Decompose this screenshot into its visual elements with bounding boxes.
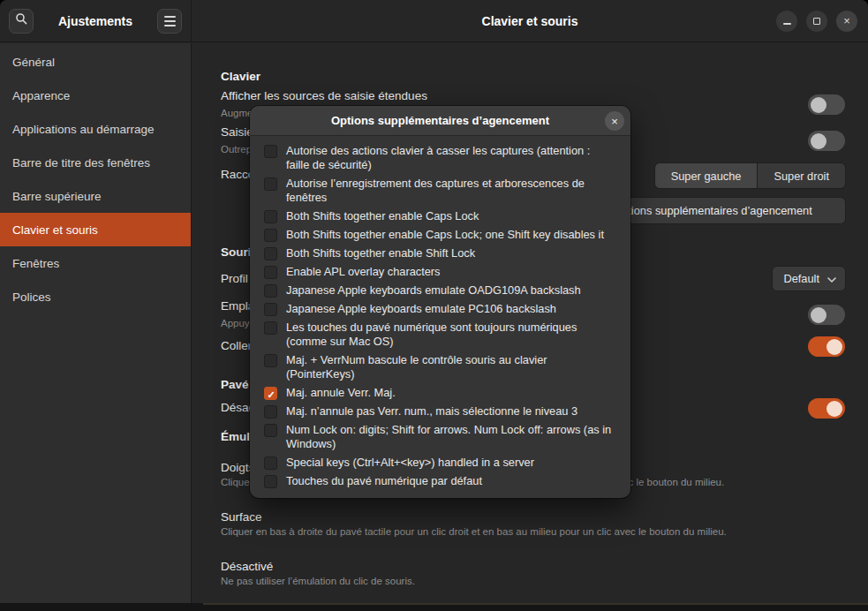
maximize-icon	[813, 18, 820, 25]
layout-option-row[interactable]: Japanese Apple keyboards emulate OADG109…	[264, 281, 613, 299]
checkbox-icon[interactable]	[264, 475, 277, 488]
layout-option-label: Japanese Apple keyboards emulate OADG109…	[286, 283, 613, 298]
headerbar: Ajustements Clavier et souris ×	[0, 0, 868, 42]
checkbox-icon[interactable]	[264, 405, 277, 419]
search-button[interactable]	[9, 9, 34, 34]
tweaks-window: Ajustements Clavier et souris × Général …	[0, 0, 868, 611]
layout-options-list[interactable]: Autorise des actions clavier à casser le…	[250, 136, 630, 498]
overview-shortcut-segment: Super gauche Super droit	[654, 162, 846, 189]
dialog-close-button[interactable]: ×	[605, 111, 624, 131]
layout-option-label: Autorise des actions clavier à casser le…	[286, 144, 613, 172]
section-heading-keyboard: Clavier	[221, 70, 260, 83]
toggle-knob	[826, 401, 842, 417]
checkbox-icon[interactable]	[264, 387, 277, 400]
layout-option-row[interactable]: Num Lock on: digits; Shift for arrows. N…	[264, 420, 613, 453]
sidebar-item-windows[interactable]: Fenêtres	[0, 246, 191, 280]
layout-option-row[interactable]: Both Shifts together enable Caps Lock	[264, 207, 613, 225]
emulation-area-option[interactable]: Surface	[221, 510, 262, 524]
checkbox-icon[interactable]	[264, 177, 277, 191]
extended-input-sources-toggle[interactable]	[808, 94, 845, 115]
disable-while-typing-toggle[interactable]	[808, 398, 845, 419]
dialog-header: Options supplémentaires d’agencement ×	[250, 106, 630, 136]
hamburger-icon	[164, 16, 176, 26]
layout-option-label: Japanese Apple keyboards emulate PC106 b…	[286, 302, 613, 316]
layout-option-row[interactable]: Autorise l’enregistrement des captures e…	[264, 174, 613, 207]
toggle-knob	[826, 339, 842, 355]
layout-option-label: Both Shifts together enable Caps Lock	[286, 209, 613, 223]
super-left-button[interactable]: Super gauche	[655, 163, 758, 188]
toggle-knob	[811, 97, 826, 113]
sidebar-item-startup-applications[interactable]: Applications au démarrage	[0, 112, 191, 146]
chevron-down-icon	[827, 272, 836, 285]
emulation-area-subtitle: Cliquer en bas à droite du pavé tactile …	[221, 526, 727, 537]
checkbox-icon[interactable]	[264, 210, 277, 223]
middle-click-paste-toggle[interactable]	[808, 336, 845, 357]
layout-option-row[interactable]: Les touches du pavé numérique sont toujo…	[264, 318, 613, 351]
layout-option-label: Maj. + VerrNum bascule le contrôle souri…	[286, 353, 613, 381]
sidebar-header: Ajustements	[0, 0, 192, 41]
layout-option-row[interactable]: Special keys (Ctrl+Alt+<key>) handled in…	[264, 453, 613, 471]
additional-layout-options-dialog: Options supplémentaires d’agencement × A…	[250, 106, 630, 498]
layout-option-row[interactable]: Japanese Apple keyboards emulate PC106 b…	[264, 299, 613, 318]
layout-option-label: Both Shifts together enable Caps Lock; o…	[286, 228, 613, 242]
checkbox-icon[interactable]	[264, 284, 277, 298]
checkbox-icon[interactable]	[264, 266, 277, 279]
emulation-disabled-subtitle: Ne pas utiliser l’émulation du clic de s…	[221, 576, 415, 586]
page-title: Clavier et souris	[482, 14, 578, 28]
checkbox-icon[interactable]	[264, 229, 277, 242]
sidebar-item-general[interactable]: Général	[0, 45, 191, 79]
sidebar-item-window-titlebars[interactable]: Barre de titre des fenêtres	[0, 146, 191, 179]
emacs-input-toggle[interactable]	[808, 131, 845, 151]
search-icon	[15, 12, 28, 29]
layout-option-row[interactable]: Maj. annule Verr. Maj.	[264, 383, 613, 402]
acceleration-profile-dropdown[interactable]: Default	[772, 266, 846, 291]
dialog-title: Options supplémentaires d’agencement	[331, 114, 549, 127]
sidebar-item-top-bar[interactable]: Barre supérieure	[0, 179, 191, 213]
bottom-window-edge	[0, 603, 868, 611]
super-right-button[interactable]: Super droit	[757, 163, 845, 188]
close-icon: ×	[611, 115, 618, 128]
layout-option-row[interactable]: Both Shifts together enable Caps Lock; o…	[264, 225, 613, 244]
checkbox-icon[interactable]	[264, 456, 277, 470]
layout-option-row[interactable]: Maj. + VerrNum bascule le contrôle souri…	[264, 351, 613, 383]
background-window-edge	[203, 603, 868, 605]
acceleration-profile-value: Default	[783, 272, 819, 285]
layout-option-label: Autorise l’enregistrement des captures e…	[286, 177, 613, 205]
layout-option-label: Touches du pavé numérique par défaut	[286, 474, 613, 488]
layout-option-row[interactable]: Enable APL overlay characters	[264, 262, 613, 281]
layout-option-label: Num Lock on: digits; Shift for arrows. N…	[286, 423, 613, 451]
maximize-button[interactable]	[806, 11, 827, 32]
close-button[interactable]: ×	[836, 11, 857, 32]
window-controls: ×	[776, 11, 857, 32]
layout-option-label: Enable APL overlay characters	[286, 265, 613, 279]
menu-button[interactable]	[157, 9, 182, 34]
layout-option-label: Special keys (Ctrl+Alt+<key>) handled in…	[286, 456, 613, 470]
layout-option-label: Maj. annule Verr. Maj.	[286, 386, 613, 400]
extended-input-sources-label: Afficher les sources de saisie étendues	[221, 89, 427, 102]
sidebar-item-fonts[interactable]: Polices	[0, 280, 191, 313]
close-icon: ×	[843, 14, 850, 27]
pointer-location-toggle[interactable]	[808, 305, 845, 325]
layout-option-row[interactable]: Autorise des actions clavier à casser le…	[264, 141, 613, 174]
emulation-disabled-option[interactable]: Désactivé	[221, 560, 273, 573]
layout-option-label: Les touches du pavé numérique sont toujo…	[286, 321, 613, 349]
sidebar: Général Apparence Applications au démarr…	[0, 43, 192, 603]
main-header: Clavier et souris ×	[192, 0, 868, 41]
app-title: Ajustements	[39, 14, 152, 28]
checkbox-icon[interactable]	[264, 321, 277, 335]
minimize-button[interactable]	[776, 11, 797, 32]
checkbox-icon[interactable]	[264, 303, 277, 316]
layout-option-row[interactable]: Maj. n’annule pas Verr. num., mais sélec…	[264, 402, 613, 420]
toggle-knob	[811, 133, 826, 149]
layout-option-row[interactable]: Touches du pavé numérique par défaut	[264, 471, 613, 490]
minimize-icon	[783, 23, 791, 25]
layout-option-row[interactable]: Both Shifts together enable Shift Lock	[264, 244, 613, 262]
checkbox-icon[interactable]	[264, 424, 277, 437]
sidebar-item-appearance[interactable]: Apparence	[0, 79, 191, 112]
checkbox-icon[interactable]	[264, 145, 277, 158]
sidebar-item-keyboard-mouse[interactable]: Clavier et souris	[0, 213, 191, 246]
layout-option-label: Maj. n’annule pas Verr. num., mais sélec…	[286, 404, 613, 419]
layout-option-label: Both Shifts together enable Shift Lock	[286, 246, 613, 260]
checkbox-icon[interactable]	[264, 247, 277, 260]
checkbox-icon[interactable]	[264, 354, 277, 367]
